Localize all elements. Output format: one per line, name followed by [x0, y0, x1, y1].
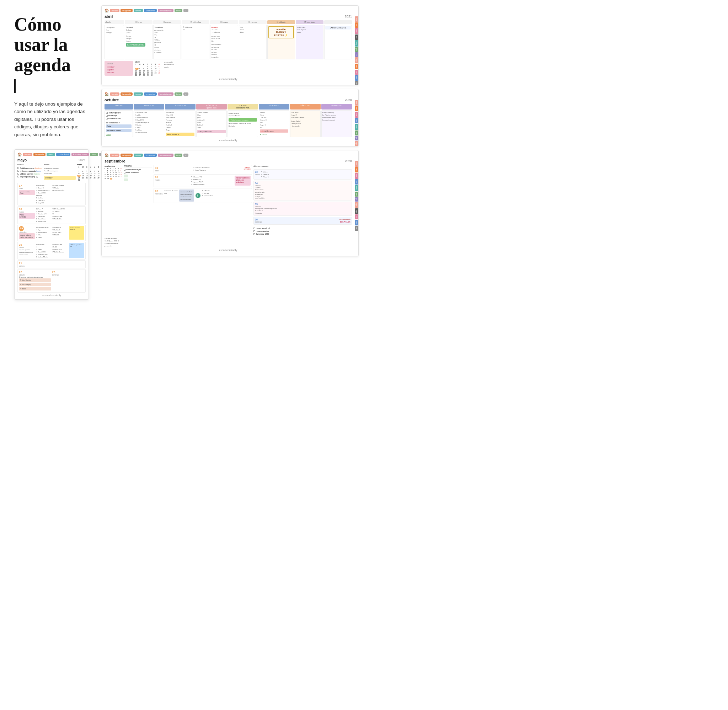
c2-extra[interactable]: + [183, 92, 188, 95]
card2-nav: 🏠 horario la agenda tareas accesories ho… [104, 92, 352, 96]
tab-jul-3[interactable]: jul [355, 197, 358, 202]
card1-sidebar-tabs: ene feb mar abr may jun jul ago sep oct … [355, 16, 358, 85]
tab-feb-2[interactable]: feb [355, 106, 358, 111]
pink-sticky-block: acabar cobrar agafas finales [104, 61, 133, 76]
home-icon-2: 🏠 [104, 92, 109, 96]
tab-ago-3[interactable]: ago [355, 202, 358, 208]
tab-may-3[interactable]: may [355, 185, 358, 191]
c3-extra[interactable]: + [183, 154, 188, 157]
viernes-col: Neto Flores datos [239, 25, 267, 59]
card3-mini-cal: septiembre LMXJVSD 123456 78910111213 14… [104, 165, 122, 236]
card1-month: abril [104, 14, 113, 19]
nav-viajes[interactable]: viajes [47, 153, 55, 156]
card-abril: 🏠 horario la agenda tareas accesories ho… [101, 5, 359, 85]
card1-header: abril 2021 [104, 14, 352, 19]
tab-jun-2[interactable]: jun [355, 131, 358, 136]
c3-listas[interactable]: listas [174, 154, 183, 157]
nav-horario[interactable]: horario [23, 153, 32, 156]
c1-agenda[interactable]: la agenda [120, 9, 133, 12]
tab-jun-1[interactable]: jun [355, 47, 358, 52]
left-notes-col: notas Montar post agendas Fin del mundo … [44, 164, 76, 181]
card3-month: septiembre [104, 159, 126, 163]
c3-horario[interactable]: horario [110, 154, 119, 157]
c1-hor-tar[interactable]: horario/tareas [158, 9, 173, 12]
nav-listas[interactable]: listas [90, 153, 98, 156]
tab-sep-3[interactable]: sep [355, 208, 358, 214]
c1-extra[interactable]: + [183, 9, 188, 12]
tab-sep-1[interactable]: sep [355, 64, 358, 69]
c2-hor-tar[interactable]: horario/tareas [158, 92, 173, 95]
mier-col: ☐ Biblioteca- fca. [182, 25, 209, 59]
tab-oct-1[interactable]: oct [355, 70, 358, 75]
c2-tareas[interactable]: tareas [134, 92, 142, 95]
nav-contabilidad[interactable]: contabilidad [56, 153, 70, 156]
c2-listas[interactable]: listas [174, 92, 183, 95]
c1-tareas[interactable]: tareas [134, 9, 142, 12]
card3-header: septiembre 2020 [104, 159, 352, 163]
c2-sab-h: SÁBADO 3 [290, 104, 321, 110]
c3-tareas[interactable]: tareas [134, 154, 142, 157]
c2-horario[interactable]: horario [110, 92, 119, 95]
c1-acc[interactable]: accesories [144, 9, 157, 12]
tab-ene-2[interactable]: ene [355, 100, 358, 106]
tab-ene-3[interactable]: ene [355, 161, 358, 167]
card1-year: 2021 [345, 15, 352, 18]
c2-agenda[interactable]: la agenda [120, 92, 133, 95]
c3-hor-tar[interactable]: horario/tareas [158, 154, 173, 157]
tab-mar-3[interactable]: mar [355, 173, 358, 179]
card2-header: octubre 2020 [104, 98, 352, 102]
card2-year: 2020 [345, 98, 352, 102]
main-title: Cómo usar la agenda [14, 14, 89, 75]
hp-box: maratón HARRY POTTER ⚡ [268, 26, 294, 38]
tab-abr-3[interactable]: abr [355, 179, 358, 185]
left-tasks-col: tareas Catálogo cursos domingo Imágenes … [18, 164, 42, 181]
nav-estudio[interactable]: Estudio y tareas [72, 153, 89, 156]
title-bar [14, 79, 16, 93]
card1-credit: creativemindly [104, 76, 352, 82]
c1-horario[interactable]: horario [110, 9, 119, 12]
jueves-header: ⑧ jueves [210, 20, 238, 24]
tab-feb-1[interactable]: feb [355, 22, 358, 28]
viernes-header: ⑨ viernes [239, 20, 267, 24]
left-card-month: mayo [18, 158, 27, 162]
tab-abr-2[interactable]: abr [355, 118, 358, 123]
c2-dom-col: Correr Hastras y La Plástica musica barr… [321, 110, 352, 137]
tab-may-2[interactable]: may [355, 124, 358, 130]
c3-agenda[interactable]: la agenda [120, 154, 133, 157]
tab-mar-2[interactable]: mar [355, 111, 358, 118]
nav-agenda[interactable]: la agenda [34, 153, 45, 156]
left-mini-cal: mayo LMXJVSD 2 3456789 10111213141516 17… [77, 164, 98, 181]
tab-ago-1[interactable]: ago [355, 57, 358, 63]
c2-lun-h: LUNES 28 [134, 104, 164, 110]
home-icon-1: 🏠 [104, 9, 109, 12]
c1-listas[interactable]: listas [174, 9, 183, 12]
card3-extra-tasks: repaso tema 8 y 9 repasar apuntes llamar… [253, 226, 352, 236]
tab-jul-2[interactable]: jul [355, 136, 358, 141]
tab-feb-3[interactable]: feb [355, 167, 358, 172]
tab-oct-3[interactable]: oct [355, 214, 358, 220]
tab-nov-1[interactable]: nov [355, 75, 358, 81]
tab-ene-1[interactable]: ene [355, 16, 358, 22]
tab-ago-2[interactable]: ago [355, 141, 358, 147]
c2-mie-col: Andrés Buruba Clau gloo Adriana P. Nelo … [196, 110, 227, 137]
tab-nov-3[interactable]: nov [355, 220, 358, 225]
tab-mar-1[interactable]: mar [355, 28, 358, 34]
btn-extraterrestre[interactable]: EXTRATERRESTRE [325, 26, 351, 29]
lunes-col: Correcl Trabajos (1-12) Revisor trabajos… [125, 25, 152, 59]
tab-dic-3[interactable]: dic [355, 226, 358, 231]
card3-nav: 🏠 horario la agenda tareas accesories ho… [104, 153, 352, 157]
tab-dic-1[interactable]: dic [355, 81, 358, 85]
c2-tareas-h: TAREAS [104, 104, 133, 110]
c2-mar-col: Nat Andrea Clau G30 Piez Mauico Adriana … [165, 110, 195, 137]
tab-jun-3[interactable]: jun [355, 192, 358, 197]
mier-header: ⑦ miércoles [182, 20, 209, 24]
c2-acc[interactable]: accesories [144, 92, 157, 95]
tab-abr-1[interactable]: abr [355, 34, 358, 40]
tab-may-1[interactable]: may [355, 40, 358, 46]
day-02: 02 miércoles meter info de avino 03b mac… [154, 188, 252, 203]
repaso-06: 06 domingo tampones de BRAGAS [253, 217, 352, 225]
card3-bottom: ○ Sinrín descanso 12:00 (hacer 038) ⊙ ○ … [104, 237, 352, 247]
tab-jul-1[interactable]: jul [355, 52, 358, 57]
card1-nav: 🏠 horario la agenda tareas accesories ho… [104, 9, 352, 12]
c3-acc[interactable]: accesories [144, 154, 157, 157]
